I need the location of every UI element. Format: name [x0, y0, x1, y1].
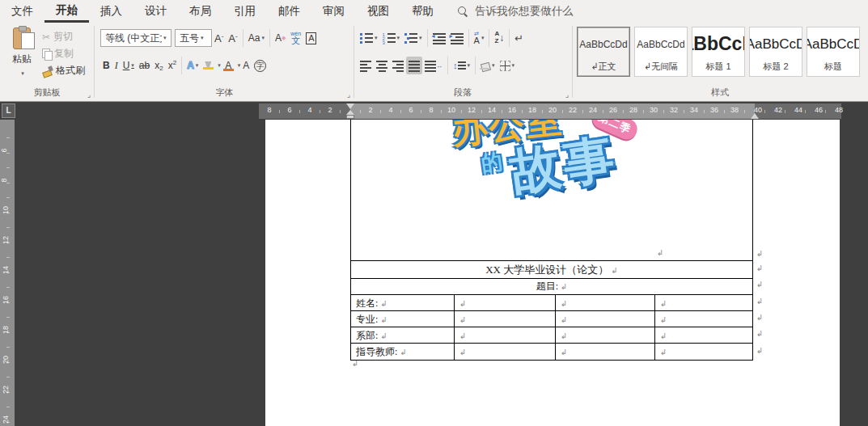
subscript-button[interactable]: x2 — [152, 57, 165, 74]
table-cell[interactable]: ↲ — [454, 311, 555, 327]
cover-table[interactable]: ↲ XX 大学毕业设计（论文） ↲ 题目: ↲ 姓名: ↲↲↲↲专业: ↲↲↲↲… — [350, 120, 753, 361]
multilevel-list-button[interactable]: ▾ — [402, 29, 425, 47]
asian-layout-button[interactable]: ⇄A▾ — [472, 29, 487, 47]
grow-font-button[interactable]: Aˆ — [212, 29, 226, 47]
align-right-button[interactable] — [390, 57, 406, 74]
table-title-row[interactable]: XX 大学毕业设计（论文） ↲ — [351, 261, 752, 279]
style-chip-label: ↲正文 — [591, 61, 616, 73]
table-cell[interactable]: ↲ — [555, 311, 654, 327]
ruler-tick — [6, 377, 10, 377]
ruler-number: 22 — [2, 386, 10, 394]
table-cell[interactable]: ↲ — [654, 311, 754, 327]
bullets-button[interactable]: ▾ — [358, 29, 380, 47]
clear-formatting-button[interactable]: A◆ — [273, 29, 288, 47]
tab-文件[interactable]: 文件 — [0, 0, 44, 23]
phonetic-guide-button[interactable]: wén 文 — [288, 29, 303, 47]
tell-me-search[interactable]: 告诉我你想要做什么 — [458, 4, 574, 19]
paragraph-dialog-launcher[interactable]: ⌟ — [565, 91, 569, 99]
align-left-button[interactable] — [358, 57, 374, 74]
tab-帮助[interactable]: 帮助 — [400, 0, 445, 23]
cut-button[interactable]: ✂ 剪切 — [42, 28, 85, 45]
table-cell-label[interactable]: 系部: ↲ — [351, 327, 454, 344]
character-border-button[interactable]: A — [303, 29, 319, 47]
strikethrough-button[interactable]: ab — [137, 57, 152, 74]
format-painter-button[interactable]: 格式刷 — [42, 62, 85, 79]
logo-cell[interactable]: ↲ — [351, 120, 752, 261]
tab-视图[interactable]: 视图 — [356, 0, 400, 23]
table-cell[interactable]: ↲ — [654, 327, 754, 344]
shading-button[interactable]: ▾ — [478, 57, 498, 74]
table-cell-label[interactable]: 姓名: ↲ — [351, 295, 454, 311]
table-cell[interactable]: ↲ — [555, 327, 654, 344]
table-row[interactable]: 系部: ↲↲↲↲ — [351, 327, 752, 344]
table-cell-label[interactable]: 专业: ↲ — [351, 311, 454, 327]
style-chip-正文[interactable]: AaBbCcDd↲正文 — [577, 27, 630, 77]
distributed-button[interactable]: ↔ — [422, 57, 445, 74]
bar — [425, 61, 436, 62]
enclose-characters-button[interactable]: 字 — [252, 57, 269, 74]
tab-selector[interactable]: L — [2, 103, 15, 118]
font-name-combo[interactable]: 等线 (中文正文 ▾ — [100, 29, 171, 47]
table-row[interactable]: 专业: ↲↲↲↲ — [351, 311, 752, 327]
paste-button[interactable]: 粘贴 ▾ — [5, 27, 39, 81]
underline-button[interactable]: U▾ — [121, 57, 137, 74]
left-indent-marker[interactable] — [346, 115, 354, 119]
style-chip-无间隔[interactable]: AaBbCcDd↲无间隔 — [634, 27, 688, 77]
bar — [365, 37, 373, 39]
table-cell[interactable]: ↲ — [654, 344, 754, 360]
style-chip-标题1[interactable]: AaBbCcDd标题 1 — [692, 27, 745, 77]
sort-button[interactable]: AZ ↓ — [492, 29, 506, 47]
change-case-button[interactable]: Aa▾ — [246, 29, 267, 47]
table-cell-label[interactable]: 指导教师: ↲ — [351, 344, 454, 360]
italic-button[interactable]: I — [112, 57, 121, 74]
superscript-button[interactable]: x2 — [166, 57, 179, 74]
document-page[interactable]: 办公室 第二季 的 故事 ↲ XX 大学毕业设计（论文） ↲ 题目: ↲ 姓名:… — [265, 120, 840, 426]
table-subtitle-row[interactable]: 题目: ↲ — [351, 279, 752, 295]
paste-dropdown-icon[interactable]: ▾ — [21, 70, 24, 76]
table-row[interactable]: 姓名: ↲↲↲↲ — [351, 295, 752, 311]
right-indent-marker[interactable] — [751, 113, 759, 119]
show-marks-button[interactable]: ↵ — [512, 29, 526, 47]
table-cell[interactable]: ↲ — [555, 295, 654, 311]
borders-button[interactable]: ▾ — [498, 57, 518, 74]
justify-button[interactable] — [406, 57, 422, 74]
tab-设计[interactable]: 设计 — [133, 0, 178, 23]
font-color-button[interactable]: A — [221, 57, 236, 74]
decrease-indent-button[interactable]: ◂ — [430, 29, 448, 47]
highlight-button[interactable] — [201, 57, 216, 74]
character-shading-button[interactable]: A — [240, 57, 252, 74]
shrink-font-button[interactable]: Aˇ — [226, 29, 239, 47]
style-preview: AaBbCcDd — [635, 27, 687, 61]
tab-布局[interactable]: 布局 — [178, 0, 222, 23]
tab-引用[interactable]: 引用 — [222, 0, 267, 23]
table-row[interactable]: 指导教师: ↲↲↲↲ — [351, 344, 752, 360]
font-dialog-launcher[interactable]: ⌟ — [347, 91, 350, 99]
line-spacing-button[interactable]: ↕▾ — [451, 57, 472, 74]
bar — [376, 61, 387, 62]
ruler-tick — [360, 110, 361, 113]
copy-button[interactable]: 复制 — [42, 45, 85, 62]
tab-开始[interactable]: 开始 — [44, 0, 89, 23]
style-chip-标题2[interactable]: AaBbCcD标题 2 — [749, 27, 802, 77]
tab-审阅[interactable]: 审阅 — [311, 0, 356, 23]
pilcrow-mark: ↲ — [378, 315, 387, 324]
tab-邮件[interactable]: 邮件 — [267, 0, 311, 23]
font-size-combo[interactable]: 五号 ▾ — [175, 29, 212, 47]
table-cell[interactable]: ↲ — [654, 295, 754, 311]
first-line-indent-marker[interactable] — [346, 103, 354, 109]
bold-button[interactable]: B — [100, 57, 112, 74]
align-center-button[interactable] — [374, 57, 390, 74]
numbering-button[interactable]: 123▾ — [380, 29, 403, 47]
increase-indent-button[interactable]: ▸ — [448, 29, 466, 47]
vertical-ruler[interactable]: 681012141618202224 — [0, 120, 15, 426]
clipboard-dialog-launcher[interactable]: ⌟ — [87, 91, 91, 99]
tab-插入[interactable]: 插入 — [89, 0, 133, 23]
table-cell[interactable]: ↲ — [454, 344, 555, 360]
row-label: 系部: — [356, 330, 378, 341]
table-cell[interactable]: ↲ — [555, 344, 654, 360]
text-effects-button[interactable]: A▾ — [184, 57, 201, 74]
table-cell[interactable]: ↲ — [454, 327, 555, 344]
horizontal-ruler[interactable]: 8642246810121416182022242628303234363840… — [259, 103, 841, 119]
table-cell[interactable]: ↲ — [454, 295, 555, 311]
style-chip-标题[interactable]: AaBbCcD标题 — [807, 27, 860, 77]
